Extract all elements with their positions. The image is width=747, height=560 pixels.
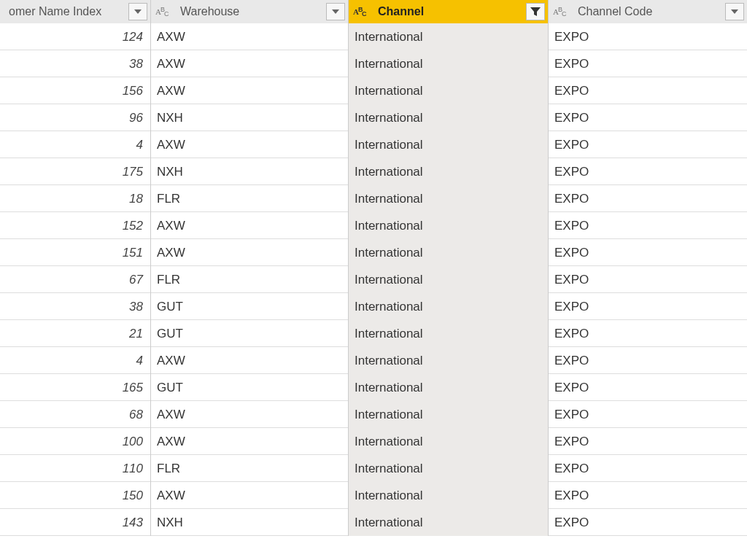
- cell-channel-code[interactable]: EXPO: [549, 266, 747, 293]
- cell-channel[interactable]: International: [349, 455, 549, 482]
- table-row[interactable]: 156AXWInternationalEXPO: [0, 77, 747, 104]
- cell-channel[interactable]: International: [349, 185, 549, 212]
- cell-channel-code[interactable]: EXPO: [549, 185, 747, 212]
- cell-customer-name-index[interactable]: 143: [0, 509, 151, 536]
- column-filter-button[interactable]: [326, 3, 345, 20]
- cell-warehouse[interactable]: AXW: [151, 347, 349, 374]
- cell-channel-code[interactable]: EXPO: [549, 374, 747, 401]
- cell-channel[interactable]: International: [349, 239, 549, 266]
- cell-warehouse[interactable]: AXW: [151, 131, 349, 158]
- cell-customer-name-index[interactable]: 150: [0, 482, 151, 509]
- table-row[interactable]: 4AXWInternationalEXPO: [0, 347, 747, 374]
- cell-channel[interactable]: International: [349, 428, 549, 455]
- table-row[interactable]: 21GUTInternationalEXPO: [0, 320, 747, 347]
- cell-warehouse[interactable]: AXW: [151, 401, 349, 428]
- cell-customer-name-index[interactable]: 151: [0, 239, 151, 266]
- cell-customer-name-index[interactable]: 68: [0, 401, 151, 428]
- cell-customer-name-index[interactable]: 4: [0, 131, 151, 158]
- cell-warehouse[interactable]: GUT: [151, 320, 349, 347]
- cell-channel-code[interactable]: EXPO: [549, 509, 747, 536]
- table-row[interactable]: 38AXWInternationalEXPO: [0, 50, 747, 77]
- cell-warehouse[interactable]: NXH: [151, 104, 349, 131]
- cell-warehouse[interactable]: AXW: [151, 428, 349, 455]
- cell-channel[interactable]: International: [349, 131, 549, 158]
- cell-customer-name-index[interactable]: 175: [0, 158, 151, 185]
- cell-channel[interactable]: International: [349, 104, 549, 131]
- table-row[interactable]: 165GUTInternationalEXPO: [0, 374, 747, 401]
- cell-warehouse[interactable]: AXW: [151, 50, 349, 77]
- column-header-channel[interactable]: ABC Channel: [349, 0, 549, 23]
- cell-channel-code[interactable]: EXPO: [549, 482, 747, 509]
- table-row[interactable]: 38GUTInternationalEXPO: [0, 293, 747, 320]
- cell-channel-code[interactable]: EXPO: [549, 158, 747, 185]
- table-row[interactable]: 68AXWInternationalEXPO: [0, 401, 747, 428]
- cell-channel-code[interactable]: EXPO: [549, 320, 747, 347]
- cell-channel[interactable]: International: [349, 77, 549, 104]
- cell-warehouse[interactable]: AXW: [151, 482, 349, 509]
- column-header-warehouse[interactable]: ABC Warehouse: [151, 0, 349, 23]
- cell-channel[interactable]: International: [349, 293, 549, 320]
- cell-channel[interactable]: International: [349, 212, 549, 239]
- cell-channel[interactable]: International: [349, 374, 549, 401]
- cell-channel[interactable]: International: [349, 23, 549, 50]
- cell-warehouse[interactable]: GUT: [151, 374, 349, 401]
- cell-channel-code[interactable]: EXPO: [549, 50, 747, 77]
- cell-channel-code[interactable]: EXPO: [549, 239, 747, 266]
- cell-customer-name-index[interactable]: 4: [0, 347, 151, 374]
- cell-customer-name-index[interactable]: 38: [0, 50, 151, 77]
- cell-warehouse[interactable]: GUT: [151, 293, 349, 320]
- table-row[interactable]: 96NXHInternationalEXPO: [0, 104, 747, 131]
- cell-customer-name-index[interactable]: 152: [0, 212, 151, 239]
- cell-customer-name-index[interactable]: 156: [0, 77, 151, 104]
- table-row[interactable]: 151AXWInternationalEXPO: [0, 239, 747, 266]
- column-header-customer-name-index[interactable]: omer Name Index: [0, 0, 151, 23]
- cell-channel-code[interactable]: EXPO: [549, 212, 747, 239]
- column-filter-button-active[interactable]: [526, 3, 545, 20]
- table-row[interactable]: 100AXWInternationalEXPO: [0, 428, 747, 455]
- table-row[interactable]: 152AXWInternationalEXPO: [0, 212, 747, 239]
- cell-channel[interactable]: International: [349, 266, 549, 293]
- cell-channel[interactable]: International: [349, 347, 549, 374]
- cell-customer-name-index[interactable]: 110: [0, 455, 151, 482]
- cell-channel-code[interactable]: EXPO: [549, 401, 747, 428]
- table-row[interactable]: 18FLRInternationalEXPO: [0, 185, 747, 212]
- cell-channel-code[interactable]: EXPO: [549, 428, 747, 455]
- table-row[interactable]: 175NXHInternationalEXPO: [0, 158, 747, 185]
- cell-customer-name-index[interactable]: 100: [0, 428, 151, 455]
- cell-channel-code[interactable]: EXPO: [549, 293, 747, 320]
- table-row[interactable]: 124AXWInternationalEXPO: [0, 23, 747, 50]
- cell-channel[interactable]: International: [349, 401, 549, 428]
- cell-warehouse[interactable]: FLR: [151, 455, 349, 482]
- cell-customer-name-index[interactable]: 124: [0, 23, 151, 50]
- cell-warehouse[interactable]: NXH: [151, 158, 349, 185]
- cell-warehouse[interactable]: AXW: [151, 239, 349, 266]
- column-filter-button[interactable]: [128, 3, 147, 20]
- cell-warehouse[interactable]: FLR: [151, 185, 349, 212]
- cell-customer-name-index[interactable]: 21: [0, 320, 151, 347]
- table-row[interactable]: 150AXWInternationalEXPO: [0, 482, 747, 509]
- cell-customer-name-index[interactable]: 38: [0, 293, 151, 320]
- cell-customer-name-index[interactable]: 165: [0, 374, 151, 401]
- column-header-channel-code[interactable]: ABC Channel Code: [549, 0, 747, 23]
- cell-warehouse[interactable]: FLR: [151, 266, 349, 293]
- cell-channel[interactable]: International: [349, 320, 549, 347]
- cell-channel[interactable]: International: [349, 509, 549, 536]
- cell-customer-name-index[interactable]: 18: [0, 185, 151, 212]
- cell-channel-code[interactable]: EXPO: [549, 77, 747, 104]
- cell-channel[interactable]: International: [349, 482, 549, 509]
- cell-channel-code[interactable]: EXPO: [549, 23, 747, 50]
- cell-channel-code[interactable]: EXPO: [549, 455, 747, 482]
- cell-channel[interactable]: International: [349, 50, 549, 77]
- table-row[interactable]: 4AXWInternationalEXPO: [0, 131, 747, 158]
- table-row[interactable]: 67FLRInternationalEXPO: [0, 266, 747, 293]
- cell-customer-name-index[interactable]: 96: [0, 104, 151, 131]
- column-filter-button[interactable]: [725, 3, 744, 20]
- cell-customer-name-index[interactable]: 67: [0, 266, 151, 293]
- cell-channel-code[interactable]: EXPO: [549, 104, 747, 131]
- table-row[interactable]: 143NXHInternationalEXPO: [0, 509, 747, 536]
- cell-channel[interactable]: International: [349, 158, 549, 185]
- cell-warehouse[interactable]: AXW: [151, 77, 349, 104]
- cell-channel-code[interactable]: EXPO: [549, 347, 747, 374]
- cell-warehouse[interactable]: AXW: [151, 23, 349, 50]
- table-row[interactable]: 110FLRInternationalEXPO: [0, 455, 747, 482]
